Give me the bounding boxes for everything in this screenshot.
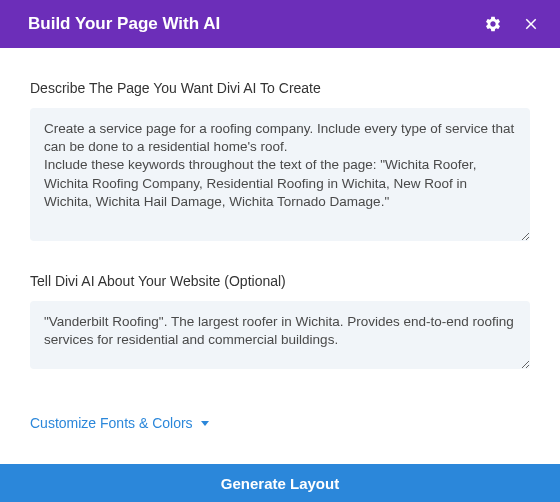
customize-fonts-colors-link[interactable]: Customize Fonts & Colors	[30, 415, 209, 431]
describe-input[interactable]	[30, 108, 530, 241]
describe-section: Describe The Page You Want Divi AI To Cr…	[30, 80, 530, 245]
settings-button[interactable]	[484, 15, 502, 33]
close-button[interactable]	[522, 15, 540, 33]
generate-layout-button[interactable]: Generate Layout	[0, 464, 560, 502]
page-title: Build Your Page With AI	[28, 14, 220, 34]
about-input[interactable]	[30, 301, 530, 369]
about-label: Tell Divi AI About Your Website (Optiona…	[30, 273, 530, 289]
content: Describe The Page You Want Divi AI To Cr…	[0, 48, 560, 432]
describe-label: Describe The Page You Want Divi AI To Cr…	[30, 80, 530, 96]
gear-icon	[484, 15, 502, 33]
header-actions	[484, 15, 540, 33]
chevron-down-icon	[201, 421, 209, 426]
header: Build Your Page With AI	[0, 0, 560, 48]
customize-label: Customize Fonts & Colors	[30, 415, 193, 431]
footer: Generate Layout	[0, 464, 560, 502]
about-section: Tell Divi AI About Your Website (Optiona…	[30, 273, 530, 373]
close-icon	[522, 15, 540, 33]
